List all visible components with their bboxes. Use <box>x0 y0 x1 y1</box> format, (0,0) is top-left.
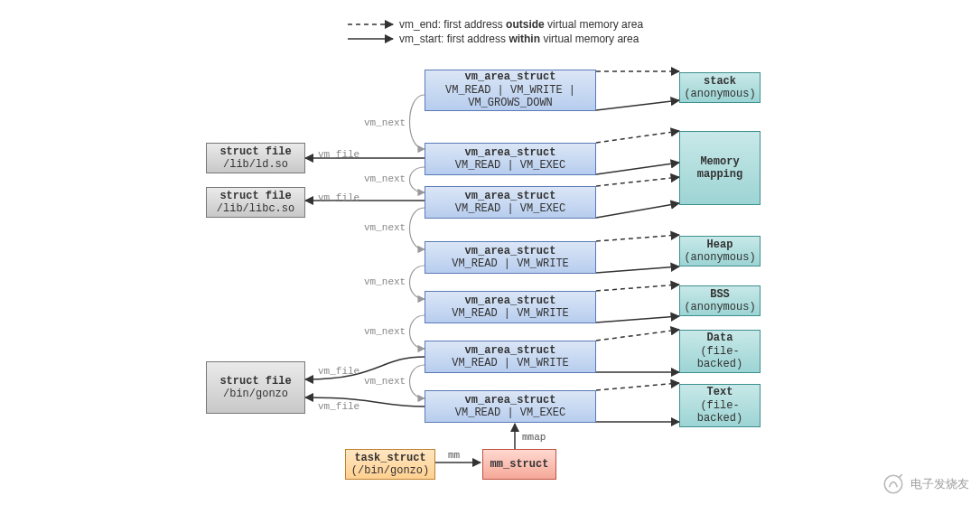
file-ld: struct file /lib/ld.so <box>206 143 305 173</box>
svg-line-12 <box>596 330 679 341</box>
file-gonzo: struct file /bin/gonzo <box>206 361 305 414</box>
lbl-vmnext-0: vm_next <box>364 117 406 128</box>
region-heap: Heap (anonymous) <box>679 236 761 266</box>
svg-line-5 <box>596 163 679 174</box>
svg-line-14 <box>596 383 679 390</box>
vma-1-ld: vm_area_struct VM_READ | VM_EXEC <box>425 143 596 175</box>
vma-6-text: vm_area_struct VM_READ | VM_EXEC <box>425 390 596 423</box>
region-data: Data (file-backed) <box>679 330 761 373</box>
lbl-mmap: mmap <box>522 432 546 443</box>
lbl-vmnext-1: vm_next <box>364 173 406 184</box>
svg-line-8 <box>596 235 679 241</box>
legend-vm-start: vm_start: first address within virtual m… <box>399 33 639 45</box>
svg-point-18 <box>884 475 902 493</box>
svg-line-7 <box>596 203 679 218</box>
svg-line-3 <box>596 100 679 110</box>
vma-2-libc: vm_area_struct VM_READ | VM_EXEC <box>425 186 596 219</box>
svg-line-4 <box>596 131 679 143</box>
lbl-vmfile-1: vm_file <box>318 192 359 203</box>
svg-line-9 <box>596 266 679 273</box>
svg-line-11 <box>596 316 679 322</box>
region-text: Text (file-backed) <box>679 384 761 427</box>
svg-line-19 <box>900 474 902 477</box>
region-bss: BSS (anonymous) <box>679 285 761 316</box>
svg-line-6 <box>596 177 679 186</box>
lbl-vmnext-4: vm_next <box>364 326 406 337</box>
lbl-vmfile-3: vm_file <box>318 401 359 412</box>
region-memmap: Memory mapping <box>679 131 761 205</box>
lbl-vmfile-2: vm_file <box>318 366 359 377</box>
mm-struct: mm_struct <box>482 449 556 480</box>
legend-vm-end: vm_end: first address outside virtual me… <box>399 18 643 31</box>
watermark: 电子发烧友 <box>882 472 969 496</box>
lbl-vmnext-3: vm_next <box>364 276 406 287</box>
lbl-vmnext-2: vm_next <box>364 222 406 233</box>
task-struct: task_struct (/bin/gonzo) <box>345 449 435 480</box>
vma-4-bss: vm_area_struct VM_READ | VM_WRITE <box>425 291 596 323</box>
vma-5-data: vm_area_struct VM_READ | VM_WRITE <box>425 341 596 373</box>
region-stack: stack (anonymous) <box>679 72 761 103</box>
lbl-mm: mm <box>448 450 460 461</box>
vma-3-heap: vm_area_struct VM_READ | VM_WRITE <box>425 241 596 274</box>
svg-line-10 <box>596 285 679 291</box>
lbl-vmnext-5: vm_next <box>364 376 406 387</box>
lbl-vmfile-0: vm_file <box>318 149 359 160</box>
spark-icon <box>882 472 905 496</box>
vma-0-stack: vm_area_struct VM_READ | VM_WRITE | VM_G… <box>425 70 596 111</box>
file-libc: struct file /lib/libc.so <box>206 187 305 218</box>
